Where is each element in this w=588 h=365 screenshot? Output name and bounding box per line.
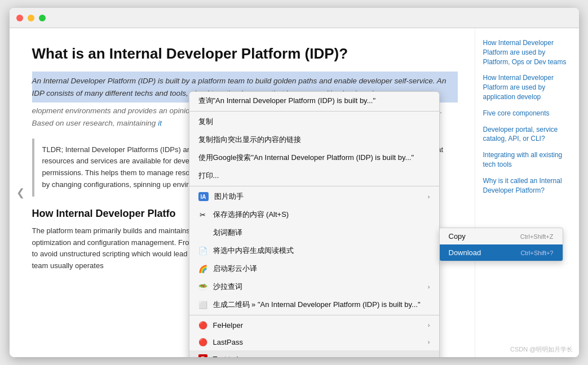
ctx-item-lastpass[interactable]: 🔴 LastPass › [189, 333, 439, 350]
sidebar: How Internal Developer Platform are used… [475, 28, 579, 357]
sidebar-link-4[interactable]: Integrating with all existing tech tools [483, 150, 571, 170]
ctx-item-google[interactable]: 使用Google搜索"An Internal Developer Platfor… [189, 149, 439, 167]
ctx-copy-link-label: 复制指向突出显示的内容的链接 [198, 135, 301, 145]
ctx-translate-left: 划词翻译 [198, 228, 242, 238]
ctx-readmode-label: 将选中内容生成阅读模式 [213, 246, 294, 256]
watermark-text: CSDN @明明如月学长 [510, 346, 573, 353]
qr-icon: ⬜ [198, 300, 207, 309]
ia-icon: IA [198, 192, 209, 201]
ctx-item-search[interactable]: 查询"An Internal Developer Platform (IDP) … [189, 92, 439, 110]
tti-icon: T [198, 354, 207, 357]
ctx-tti-arrow: › [428, 355, 430, 357]
minimize-button[interactable] [28, 15, 34, 21]
text-to-image-submenu: Copy Ctrl+Shift+Z Download Ctrl+Shift+? [439, 228, 563, 261]
article-intro-link[interactable]: it [158, 119, 162, 127]
ctx-caiyun-left: 🌈 启动彩云小译 [198, 264, 257, 274]
section1-title-text: How Internal Developer Platfo [32, 208, 176, 219]
ctx-ia-left: IA 图片助手 [198, 192, 244, 202]
ctx-tti-label: Text to image [213, 355, 257, 358]
ctx-qr-left: ⬜ 生成二维码 » "An Internal Developer Platfor… [198, 300, 421, 310]
fehelper-icon: 🔴 [198, 321, 207, 330]
ctx-item-print[interactable]: 打印... [189, 167, 439, 185]
ctx-fehelper-arrow: › [428, 322, 430, 328]
ctx-tti-left: T Text to image [198, 354, 257, 357]
submenu-download-shortcut: Ctrl+Shift+? [520, 250, 553, 256]
ctx-item-fehelper[interactable]: 🔴 FeHelper › [189, 317, 439, 333]
submenu-download-label: Download [449, 248, 481, 257]
sidebar-link-3[interactable]: Developer portal, service catalog, API, … [483, 125, 571, 144]
maximize-button[interactable] [39, 15, 46, 21]
submenu-copy[interactable]: Copy Ctrl+Shift+Z [440, 228, 563, 244]
ctx-item-qr[interactable]: ⬜ 生成二维码 » "An Internal Developer Platfor… [189, 296, 439, 314]
ctx-item-shala[interactable]: 🥗 沙拉查词 › [189, 278, 439, 296]
submenu-copy-shortcut: Ctrl+Shift+Z [520, 233, 554, 240]
lastpass-icon: 🔴 [198, 337, 207, 346]
article-title: What is an Internal Developer Platform (… [32, 45, 458, 63]
caiyun-icon: 🌈 [198, 264, 207, 273]
translate-icon [198, 228, 207, 237]
shala-icon: 🥗 [198, 282, 207, 291]
ctx-qr-label: 生成二维码 » "An Internal Developer Platform … [213, 300, 421, 310]
ctx-copy-label: 复制 [198, 117, 213, 127]
ctx-item-save[interactable]: ✂ 保存选择的内容 (Alt+S) [189, 206, 439, 224]
ctx-shala-label: 沙拉查词 [213, 282, 242, 292]
ctx-search-label: 查询"An Internal Developer Platform (IDP) … [198, 96, 376, 106]
ctx-sep-1 [189, 111, 439, 112]
ctx-fehelper-label: FeHelper [213, 321, 243, 330]
ctx-item-caiyun[interactable]: 🌈 启动彩云小译 [189, 260, 439, 278]
ctx-readmode-left: 📄 将选中内容生成阅读模式 [198, 246, 294, 256]
ctx-print-label: 打印... [198, 171, 219, 181]
ctx-item-copy-link[interactable]: 复制指向突出显示的内容的链接 [189, 131, 439, 149]
ctx-ia-label: 图片助手 [214, 192, 244, 202]
ctx-shala-arrow: › [428, 283, 430, 290]
browser-chrome [10, 8, 579, 28]
browser-window: ❮ What is an Internal Developer Platform… [10, 8, 579, 357]
sidebar-link-5[interactable]: Why is it called an Internal Developer P… [483, 176, 571, 195]
ctx-item-ia[interactable]: IA 图片助手 › [189, 188, 439, 206]
context-menu: 查询"An Internal Developer Platform (IDP) … [189, 91, 440, 357]
ctx-item-search-left: 查询"An Internal Developer Platform (IDP) … [198, 96, 376, 106]
ctx-lastpass-left: 🔴 LastPass [198, 337, 243, 346]
ctx-caiyun-label: 启动彩云小译 [213, 264, 257, 274]
ctx-shala-left: 🥗 沙拉查词 [198, 282, 242, 292]
sidebar-link-2[interactable]: Five core components [483, 109, 571, 118]
ctx-translate-label: 划词翻译 [213, 228, 242, 238]
ctx-sep-2 [189, 186, 439, 186]
ctx-google-label: 使用Google搜索"An Internal Developer Platfor… [198, 153, 414, 163]
left-arrow-icon[interactable]: ❮ [16, 186, 25, 199]
ctx-lastpass-label: LastPass [213, 338, 243, 346]
ctx-save-left: ✂ 保存选择的内容 (Alt+S) [198, 210, 289, 220]
close-button[interactable] [16, 15, 23, 21]
readmode-icon: 📄 [198, 246, 207, 255]
sidebar-link-0[interactable]: How Internal Developer Platform are used… [483, 38, 571, 66]
ctx-save-label: 保存选择的内容 (Alt+S) [213, 210, 289, 220]
submenu-copy-label: Copy [449, 232, 466, 241]
ctx-lastpass-arrow: › [428, 339, 430, 345]
submenu-download[interactable]: Download Ctrl+Shift+? [440, 244, 563, 261]
ctx-item-text-to-image[interactable]: T Text to image › [189, 350, 439, 357]
ctx-sep-3 [189, 315, 439, 315]
ctx-ia-arrow: › [428, 193, 430, 200]
sidebar-link-1[interactable]: How Internal Developer Platform are used… [483, 73, 571, 101]
ctx-item-readmode[interactable]: 📄 将选中内容生成阅读模式 [189, 242, 439, 260]
watermark: CSDN @明明如月学长 [510, 345, 573, 354]
ctx-fehelper-left: 🔴 FeHelper [198, 321, 243, 330]
ctx-item-copy[interactable]: 复制 [189, 113, 439, 131]
save-icon: ✂ [198, 210, 207, 219]
ctx-item-translate[interactable]: 划词翻译 [189, 224, 439, 242]
